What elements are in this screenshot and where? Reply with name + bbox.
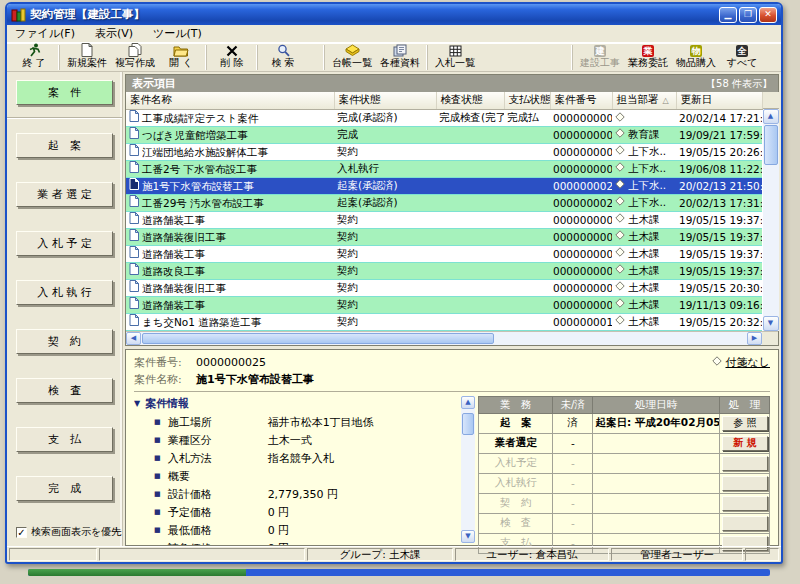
table-row[interactable]: 道路舗装工事契約0000000002土木課19/05/15 19:37:28 [126,211,762,228]
case-number-cell: 0000000006 [550,143,612,160]
updated-date-cell: 19/06/08 11:22:11 [676,160,762,177]
table-row[interactable]: 工番2号 下水管布設工事入札執行0000000007上下水..19/06/08 … [126,160,762,177]
process-action-button[interactable]: 新 規 [722,436,768,451]
toolbar-button-goods-purchase[interactable]: 物物品購入 [672,45,720,70]
department-cell [612,109,676,126]
process-action-cell [719,473,769,493]
toolbar-button-ledger[interactable]: 台帳一覧 [328,45,376,70]
toolbar-button-open-folder[interactable]: 開 く [159,45,203,70]
detail-field: ■施工場所福井市松本1丁目地係 [154,416,461,429]
toolbar-button-bid-list[interactable]: 入札一覧 [431,45,479,70]
case-name-text: 道路舗装工事 [142,214,205,226]
tag-icon [615,213,625,225]
column-header-2[interactable]: 検査状態 [436,92,504,109]
case-name-cell: 施1号下水管布設替工事 [126,177,334,194]
hscroll-thumb[interactable] [142,333,494,344]
column-header-3[interactable]: 支払状態 [504,92,550,109]
scroll-down-icon[interactable]: ▼ [763,316,779,331]
process-datetime-cell [593,513,719,533]
section-header[interactable]: ▼ 案件情報 [134,396,461,411]
department-text: 土木課 [628,230,660,242]
scroll-right-icon[interactable]: ▶ [747,332,762,345]
process-table: 業 務未/済処理日時処 理起 案済起案日: 平成20年02月05日参 照業者選定… [478,396,770,554]
column-header-6[interactable]: 更新日 [676,92,762,109]
column-header-4[interactable]: 案件番号 [550,92,612,109]
toolbar-button-all[interactable]: 全すべて [720,45,764,70]
process-row: 検 査- [479,513,770,533]
bullet-icon: ■ [154,506,161,519]
toolbar-button-search[interactable]: 検 索 [261,45,305,70]
menu-item[interactable]: ファイル(F) [13,25,77,42]
toolbar-group: 削 除 [206,45,257,70]
search-priority-checkbox[interactable]: ✓検索画面表示を優先 [16,525,113,547]
case-name-cell: 工事成績評定テスト案件 [126,109,334,126]
sidebar-button-8[interactable]: 完 成 [16,476,113,501]
process-done-cell: - [553,453,593,473]
restore-button[interactable]: ❐ [739,7,757,23]
toolbar-button-copy-doc[interactable]: 複写作成 [111,45,159,70]
scroll-up-icon[interactable]: ▲ [461,396,475,409]
table-row[interactable]: 工事成績評定テスト案件完成(承認済)完成検査(完了)完成払0000000000.… [126,109,762,126]
sidebar-button-0[interactable]: 案 件 [16,80,113,105]
horizontal-scrollbar[interactable]: ◀ ▶ [126,331,778,345]
toolbar-button-documents[interactable]: 各種資料 [376,45,424,70]
scroll-thumb[interactable] [462,413,474,435]
checkbox-checked-icon[interactable]: ✓ [16,527,27,538]
toolbar-button-outsourcing[interactable]: 業業務委託 [624,45,672,70]
table-row[interactable]: 施1号下水管布設替工事起案(承認済)0000000025上下水..20/02/1… [126,177,762,194]
process-action-cell [719,453,769,473]
toolbar-button-new-doc[interactable]: 新規案件 [63,45,111,70]
scroll-down-icon[interactable]: ▼ [461,530,475,543]
sidebar-button-6[interactable]: 検 査 [16,378,113,403]
tag-link[interactable]: 付箋なし [712,355,770,370]
toolbar-button-construction-works[interactable]: 建建設工事 [576,45,624,70]
process-action-button-disabled [722,476,768,491]
column-header-1[interactable]: 案件状態 [334,92,436,109]
department-cell: 上下水.. [612,143,676,160]
table-row[interactable]: まち交No1 道路築造工事契約0000000010土木課19/05/15 20:… [126,313,762,330]
minimize-button[interactable]: ▁ [719,7,737,23]
sidebar-button-5[interactable]: 契 約 [16,329,113,354]
toolbar-button-label: 検 索 [271,57,294,68]
toolbar-button-delete[interactable]: 削 除 [210,45,254,70]
status-section-0 [9,548,97,561]
doc-icon [129,231,139,243]
table-row[interactable]: 道路舗装復旧工事契約0000000008土木課19/05/15 20:30:14 [126,279,762,296]
sidebar-button-2[interactable]: 業 者 選 定 [16,182,113,207]
status-bar: グループ: 土木課ユーザー: 倉本昌弘管理者ユーザー [7,546,781,562]
table-row[interactable]: 工番29号 汚水管布設工事起案(承認済)0000000024上下水..20/02… [126,194,762,211]
table-row[interactable]: 道路舗装工事契約0000000009土木課19/11/13 09:16:38 [126,296,762,313]
vertical-scrollbar[interactable]: ▲ ▼ [763,92,779,331]
toolbar-button-exit[interactable]: 終 了 [12,45,56,70]
scroll-thumb[interactable] [764,125,778,165]
sidebar-button-4[interactable]: 入 札 執 行 [16,280,113,305]
doc-icon [129,163,139,175]
close-button[interactable]: ✕ [759,7,777,23]
table-row[interactable]: 道路改良工事契約0000000005土木課19/05/15 19:37:57 [126,262,762,279]
department-cell: 上下水.. [612,194,676,211]
column-header-0[interactable]: 案件名称 [126,92,334,109]
department-text: 土木課 [628,264,660,276]
table-row[interactable]: 江端団地給水施設解体工事契約0000000006上下水..19/05/15 20… [126,143,762,160]
sidebar-button-1[interactable]: 起 案 [16,133,113,158]
detail-scrollbar[interactable]: ▲ ▼ [461,396,475,544]
collapse-triangle-icon: ▼ [134,399,140,408]
menu-item[interactable]: 表示(V) [93,25,135,42]
sidebar-button-3[interactable]: 入 札 予 定 [16,231,113,256]
menu-item[interactable]: ツール(T) [151,25,204,42]
title-bar: 契約管理【建設工事】 ▁ ❐ ✕ [7,4,781,25]
table-row[interactable]: 道路舗装復旧工事契約0000000003土木課19/05/15 19:37:36 [126,228,762,245]
detail-field: ■入札方法指名競争入札 [154,452,461,465]
column-header-5[interactable]: 担当部署△ [612,92,676,109]
sidebar-button-7[interactable]: 支 払 [16,427,113,452]
department-text: 上下水.. [628,196,666,208]
field-label: 入札方法 [168,452,268,465]
table-row[interactable]: 道路舗装工事契約0000000004土木課19/05/15 19:37:46 [126,245,762,262]
process-done-cell: - [553,513,593,533]
scroll-up-icon[interactable]: ▲ [763,109,779,124]
case-name-text: 道路舗装工事 [142,248,205,260]
process-action-button[interactable]: 参 照 [722,416,768,431]
case-name-cell: 道路舗装復旧工事 [126,228,334,245]
table-row[interactable]: つばき児童館増築工事完成0000000001教育課19/09/21 17:59:… [126,126,762,143]
scroll-left-icon[interactable]: ◀ [126,332,141,345]
